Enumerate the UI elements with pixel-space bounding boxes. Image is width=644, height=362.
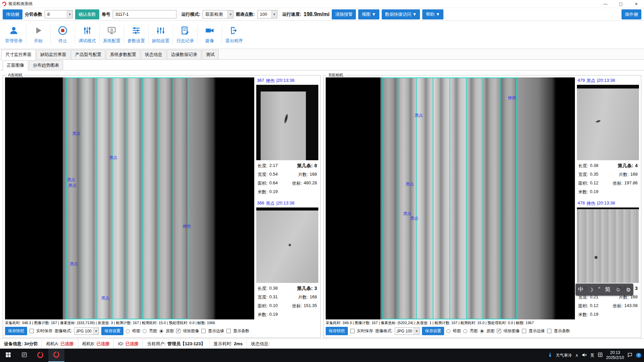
defect-marker-label[interactable]: 黑点 — [410, 216, 418, 221]
defect-card-header[interactable]: 479 黑点 |20:13:38 — [577, 77, 639, 85]
show-count-checkbox[interactable] — [547, 329, 551, 333]
stop-button[interactable]: 停止 — [51, 22, 74, 47]
debug-mode-button[interactable]: 调试模式 — [75, 22, 99, 47]
admin-login-button[interactable]: 管理登录 — [2, 22, 25, 47]
defect-marker-label[interactable]: 黑点 — [67, 177, 75, 183]
realtime-save-checkbox[interactable] — [30, 329, 34, 333]
defect-type: 挫伤 — [266, 78, 275, 84]
help-menu-button[interactable]: 帮助 ▼ — [422, 9, 443, 19]
tab-product-model-config[interactable]: 产品型号配置 — [71, 50, 105, 59]
taskbar-app-vision-system-active[interactable] — [48, 349, 64, 362]
chart-points-select[interactable]: 100 ▼ — [257, 10, 277, 18]
tab-system-param-config[interactable]: 系统参数配置 — [106, 50, 140, 59]
defect-marker-label[interactable]: 黑点 — [415, 113, 423, 118]
view-menu-button[interactable]: 视图 ▼ — [358, 9, 379, 19]
defect-thumbnail[interactable] — [256, 85, 318, 160]
defect-marker-label[interactable]: 黑点 — [406, 181, 414, 187]
show-count-checkbox[interactable] — [226, 329, 231, 333]
defect-thumbnail[interactable] — [577, 85, 639, 160]
save-settings-button[interactable]: 保存设置 — [101, 327, 123, 335]
roll-number-input[interactable] — [113, 10, 176, 18]
defect-marker-label[interactable]: 黑点 — [68, 183, 76, 188]
subtab-distribution-chart[interactable]: 分布趋势图表 — [29, 60, 63, 70]
defect-card-header[interactable]: 478 挫伤 |20:13:38 — [577, 200, 639, 207]
defect-marker-label[interactable]: 挫伤 — [183, 224, 191, 229]
ime-settings-gear-icon[interactable]: ⚙ — [626, 287, 631, 293]
defect-marker-label[interactable]: 黑点 — [70, 261, 78, 267]
close-button[interactable]: ✕ — [629, 0, 644, 8]
image-format-select[interactable]: JPG 100▼ — [395, 327, 420, 335]
subtab-front-image[interactable]: 正面图像 — [3, 60, 28, 70]
minimize-button[interactable]: — — [598, 0, 613, 8]
defect-settings-button[interactable]: 缺陷设置 — [149, 22, 172, 47]
divider — [222, 25, 222, 44]
system-config-button[interactable]: 系统配置 — [100, 22, 123, 47]
bright-image-radio[interactable] — [143, 329, 147, 333]
stat-value: 168 — [310, 294, 317, 300]
chart-points-value: 100 — [258, 12, 271, 17]
defect-card-header[interactable]: 366 黑点 |20:13:38 — [256, 200, 318, 207]
moon-icon[interactable]: ☽ — [588, 287, 593, 293]
defect-card-header[interactable]: 367 挫伤 |20:13:38 — [256, 77, 318, 85]
camera-capture-button[interactable]: 摄像 — [198, 22, 221, 47]
stat-value: 480.28 — [304, 180, 317, 186]
tool-label: 调试模式 — [78, 38, 96, 44]
drive-side-button[interactable]: 传动侧 — [3, 9, 22, 19]
original-image-radio[interactable] — [159, 329, 163, 333]
tab-edge-data-record[interactable]: 边缘数据记录 — [167, 50, 201, 59]
maximize-button[interactable]: ▢ — [613, 0, 629, 8]
stat-value: 3 — [635, 286, 638, 292]
tab-test[interactable]: 测试 — [202, 50, 219, 59]
exit-program-button[interactable]: 退出程序 — [222, 22, 246, 47]
dark-image-radio[interactable] — [446, 329, 450, 333]
operate-side-button[interactable]: 操作侧 — [622, 9, 641, 19]
ime-chinese-mode[interactable]: 中 — [578, 286, 583, 293]
start-button[interactable]: 开始 — [26, 22, 50, 47]
defect-marker-label[interactable]: 黑点 — [109, 155, 117, 161]
taskbar-clock[interactable]: 20:13 2025/2/10 — [606, 350, 624, 360]
stat-value: 8 — [314, 163, 317, 169]
param-settings-button[interactable]: 参数设置 — [124, 22, 148, 47]
tool-label: 系统配置 — [103, 38, 120, 44]
clear-alarm-button[interactable]: 清除报警 — [332, 9, 356, 19]
defect-marker-label[interactable]: 挫伤 — [508, 95, 516, 101]
simplified-chinese-icon[interactable]: 简 — [605, 286, 610, 293]
stat-label: 长度: — [578, 163, 588, 169]
tab-status-info[interactable]: 状态信息 — [141, 50, 166, 59]
realtime-save-checkbox[interactable] — [350, 329, 355, 333]
input-language-indicator[interactable]: 英 — [590, 353, 594, 358]
defect-marker-label[interactable]: 黑点 — [72, 131, 80, 136]
defect-marker-label[interactable]: 黑点 — [101, 295, 109, 301]
action-center-icon[interactable] — [627, 352, 633, 359]
taskbar-app-vision-system[interactable] — [32, 349, 48, 362]
tab-defect-monitor[interactable]: 缺陷监控界面 — [36, 50, 70, 59]
dark-image-radio[interactable] — [126, 329, 130, 333]
zoom-image-checkbox[interactable] — [176, 329, 180, 333]
tray-expand-icon[interactable]: ∧ — [575, 353, 578, 358]
tab-size-monitor[interactable]: 尺寸监控界面 — [1, 50, 36, 60]
weather-text[interactable]: 天气寒冷 — [556, 353, 572, 358]
show-edge-checkbox[interactable] — [201, 329, 206, 333]
slit-count-select[interactable]: 8 ▼ — [45, 10, 73, 18]
log-record-button[interactable]: 日志记录 — [173, 22, 197, 47]
speaker-muted-icon[interactable] — [582, 352, 587, 359]
show-edge-checkbox[interactable] — [522, 329, 526, 333]
original-image-radio[interactable] — [480, 329, 484, 333]
stat-label: 米数: — [258, 312, 268, 318]
confirm-count-button[interactable]: 确认条数 — [75, 9, 99, 19]
punctuation-mode-icon[interactable]: ” — [598, 287, 600, 293]
defect-thumbnail[interactable] — [256, 207, 318, 283]
zoom-image-checkbox[interactable] — [497, 329, 501, 333]
defect-thumbnail[interactable] — [577, 207, 639, 283]
save-settings-button[interactable]: 保存设置 — [422, 327, 444, 335]
ime-grid-icon[interactable] — [598, 352, 603, 358]
task-view-button[interactable] — [16, 349, 32, 362]
run-mode-select[interactable]: 双面检测 ▼ — [203, 10, 233, 18]
save-snapshot-button[interactable]: 保存快照 — [5, 327, 27, 335]
emoji-icon[interactable]: ☺ — [615, 287, 621, 293]
save-snapshot-button[interactable]: 保存快照 — [326, 327, 348, 335]
data-quick-access-menu-button[interactable]: 数据快捷访问 ▼ — [382, 9, 420, 19]
bright-image-radio[interactable] — [463, 329, 467, 333]
image-format-select[interactable]: JPG 100▼ — [74, 327, 99, 335]
start-menu-button[interactable] — [0, 349, 16, 362]
